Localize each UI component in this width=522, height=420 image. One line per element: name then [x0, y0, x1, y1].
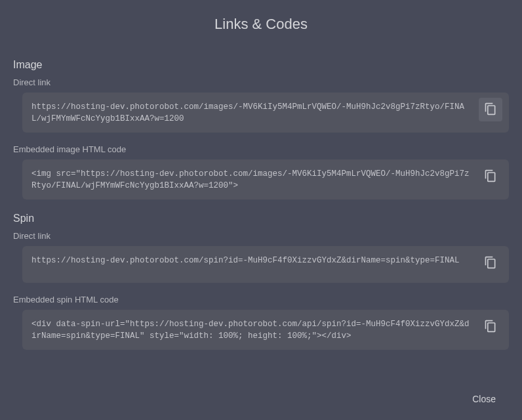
close-button[interactable]: Close [464, 388, 504, 410]
code-spin-direct-link[interactable]: https://hosting-dev.photorobot.com/spin?… [31, 254, 479, 267]
copy-icon [484, 102, 497, 117]
dialog-footer: Close [464, 388, 504, 410]
copy-button-image-embedded-html[interactable] [479, 165, 502, 188]
copy-icon [484, 320, 497, 335]
copy-button-image-direct-link[interactable] [479, 98, 502, 121]
row-image-embedded-html: <img src="https://hosting-dev.photorobot… [22, 159, 509, 200]
section-header-image: Image [13, 59, 509, 71]
copy-icon [484, 256, 497, 271]
row-spin-direct-link: https://hosting-dev.photorobot.com/spin?… [22, 246, 509, 283]
label-image-direct-link: Direct link [13, 77, 509, 87]
label-spin-direct-link: Direct link [13, 231, 509, 241]
copy-icon [484, 169, 497, 184]
code-image-direct-link[interactable]: https://hosting-dev.photorobot.com/image… [31, 100, 479, 125]
dialog-title: Links & Codes [0, 0, 522, 46]
copy-button-spin-direct-link[interactable] [479, 251, 502, 275]
dialog-content: Image Direct link https://hosting-dev.ph… [0, 59, 522, 350]
code-image-embedded-html[interactable]: <img src="https://hosting-dev.photorobot… [31, 167, 479, 192]
section-header-spin: Spin [13, 213, 509, 224]
code-spin-embedded-html[interactable]: <div data-spin-url="https://hosting-dev.… [31, 318, 479, 342]
label-image-embedded-html: Embedded image HTML code [13, 144, 509, 154]
label-spin-embedded-html: Embedded spin HTML code [13, 295, 509, 304]
row-spin-embedded-html: <div data-spin-url="https://hosting-dev.… [22, 310, 509, 350]
row-image-direct-link: https://hosting-dev.photorobot.com/image… [22, 93, 509, 133]
copy-button-spin-embedded-html[interactable] [479, 315, 502, 339]
